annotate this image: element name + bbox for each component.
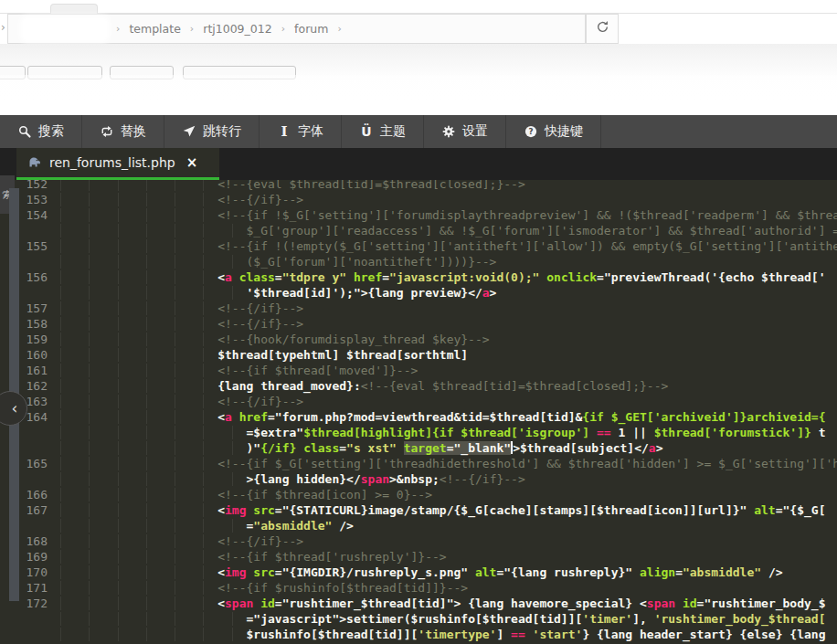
code-line: 159 <!--{hook/forumdisplay_thread $key}-… [0, 332, 837, 347]
line-number: 169 [0, 549, 48, 565]
code-token: 'timertype' [418, 628, 496, 641]
indent-guides [60, 193, 217, 206]
code-token [525, 628, 533, 641]
code-line: $_G['group']['readaccess'] && !$_G['foru… [0, 223, 837, 238]
code-token: 1 || [611, 426, 654, 439]
toolbar-item-shortcuts[interactable]: ?快捷键 [506, 115, 601, 148]
breadcrumb: › template › rtj1009_012 › forum › [7, 14, 586, 44]
refresh-icon [596, 20, 609, 37]
code-token: $_G['group']['readaccess'] && !$_G['foru… [247, 224, 837, 238]
chevron-right-icon: › [337, 23, 341, 35]
overlay-fade [0, 75, 837, 115]
indent-guides [60, 379, 217, 393]
editor-tabbar: ren_forums_list.php × [0, 148, 837, 180]
code-token: span [647, 596, 675, 610]
code-token: "tdpre y" [282, 270, 346, 284]
code-token: "{IMGDIR}/rushreply_s.png" [282, 565, 469, 579]
code-token: <!--{eval $thread[tid]=$thread[closed];}… [217, 180, 525, 191]
code-line: ="javascript">settimer($rushinfo[$thread… [0, 611, 837, 627]
line-number: 168 [0, 533, 48, 549]
indent-guides [60, 472, 247, 486]
svg-text:?: ? [528, 127, 533, 136]
code-token: "rushtimer_$thread[tid]" [282, 596, 454, 610]
code-token [232, 270, 239, 284]
code-token: >$thread[subject]</ [513, 441, 649, 455]
code-token: $thread['forumstick']} [654, 426, 811, 439]
code-line: 154 <!--{if !$_G['setting']['forumdispla… [0, 207, 837, 223]
indent-guides [60, 255, 247, 269]
code-token: ] [496, 628, 511, 641]
close-icon[interactable]: × [186, 154, 198, 171]
toolbar-item-label: 替换 [121, 123, 146, 140]
code-token: > [656, 441, 663, 455]
settings-icon [441, 125, 456, 138]
code-token: = [597, 270, 604, 284]
code-line: 168 <!--{/if}--> [0, 533, 837, 549]
breadcrumb-item-forum[interactable]: forum [294, 22, 328, 36]
indent-guides [60, 565, 217, 579]
line-number: 161 [0, 363, 48, 378]
code-line: 160 $thread[typehtml] $thread[sorthtml] [0, 347, 837, 363]
breadcrumb-redacted-segment [23, 18, 107, 40]
code-token: = [275, 503, 282, 517]
code-line: 166 <!--{if $thread[icon] >= 0}--> [0, 487, 837, 502]
code-line: 158 <!--{/if}--> [0, 316, 837, 332]
code-line: 155 <!--{if !(!empty($_G['setting']['ant… [0, 238, 837, 254]
code-token [296, 441, 303, 455]
code-token: ="javascript">settimer($rushinfo[$thread… [247, 612, 583, 626]
code-token: href [354, 270, 382, 284]
code-token: "{STATICURL}image/stamp/{$_G[cache][stam… [282, 503, 747, 517]
code-token: /> [332, 519, 353, 533]
code-token: <!--{/if}--> [217, 534, 303, 548]
code-token: a [482, 286, 490, 300]
code-line: 152 <!--{eval $thread[tid]=$thread[close… [0, 180, 837, 192]
chevron-right-icon: › [190, 23, 194, 35]
toolbar-item-font[interactable]: I字体 [260, 115, 342, 148]
code-token: onclick [546, 270, 597, 284]
code-token: '$thread[id]');">{lang preview}</ [247, 286, 482, 300]
code-token: $thread[typehtml] $thread[sorthtml] [217, 348, 468, 362]
code-token: 'start' [533, 628, 583, 641]
breadcrumb-item-rtj1009_012[interactable]: rtj1009_012 [203, 22, 271, 36]
code-token: == [597, 426, 611, 439]
code-token [675, 596, 683, 610]
code-line: $rushinfo[$thread[tid]]['timertype'] == … [0, 627, 837, 642]
code-token: a [225, 410, 232, 424]
toolbar-item-replace[interactable]: 替换 [82, 115, 164, 148]
line-number: 160 [0, 347, 48, 363]
indent-guides [60, 348, 217, 362]
browser-tab-notch [50, 4, 98, 14]
indent-guides [60, 333, 217, 346]
indent-guides [60, 596, 217, 610]
code-line: ="absmiddle" /> [0, 518, 837, 533]
code-token: "{$_G[ [783, 503, 826, 517]
code-line: 170 <img src="{IMGDIR}/rushreply_s.png" … [0, 565, 837, 580]
toolbar-item-goto-line[interactable]: 跳转行 [164, 115, 260, 148]
line-number: 170 [0, 565, 48, 580]
indent-guides [60, 519, 247, 533]
line-number: 158 [0, 316, 48, 332]
code-token: "{lang rushreply}" [503, 565, 632, 579]
code-token: "absmiddle" [683, 565, 761, 579]
font-icon: I [277, 123, 291, 140]
toolbar-item-settings[interactable]: 设置 [424, 115, 506, 148]
code-editor[interactable]: 152 <!--{eval $thread[tid]=$thread[close… [0, 180, 837, 644]
toolbar-item-search[interactable]: 搜索 [0, 115, 82, 148]
tab-ren_forums_list[interactable]: ren_forums_list.php × [16, 148, 219, 180]
indent-guides [60, 441, 247, 455]
line-number: 155 [0, 238, 48, 254]
code-token: <!--{/if}--> [217, 301, 303, 315]
refresh-button[interactable] [586, 14, 619, 44]
breadcrumb-item-template[interactable]: template [129, 22, 180, 36]
code-token: = [275, 596, 282, 610]
toolbar-item-theme[interactable]: Ü主题 [342, 115, 424, 148]
code-token: "forum.php?mod=viewthread&tid=$thread[ti… [275, 410, 583, 424]
indent-guides [60, 180, 217, 191]
line-number: 165 [0, 456, 48, 471]
line-number: 166 [0, 487, 48, 502]
indent-guides [60, 503, 217, 517]
code-token: id [683, 596, 697, 610]
code-token: <!--{hook/forumdisplay_thread $key}--> [217, 333, 489, 346]
indent-guides [60, 534, 217, 548]
code-token: span [225, 596, 253, 610]
